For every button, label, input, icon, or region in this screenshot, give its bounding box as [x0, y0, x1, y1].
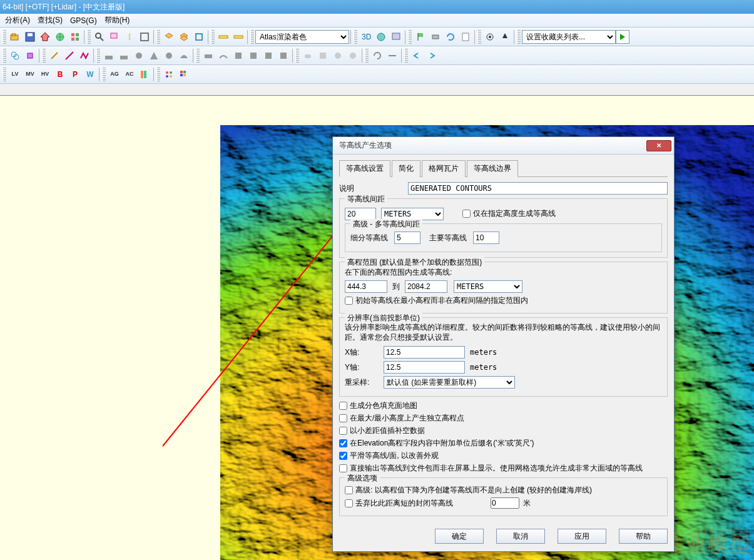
pan-icon[interactable] [122, 29, 137, 44]
geom6-icon[interactable] [276, 48, 291, 63]
toolbar-grip [156, 68, 160, 81]
p-button[interactable]: P [68, 67, 83, 82]
draw5-icon[interactable] [161, 48, 176, 63]
menu-gps[interactable]: GPS(G) [66, 15, 101, 26]
globe-icon[interactable] [53, 29, 68, 44]
elev-from-input[interactable] [345, 280, 387, 293]
discard-value-input[interactable] [491, 497, 519, 509]
transform-icon[interactable] [385, 48, 400, 63]
undo-icon[interactable] [409, 48, 424, 63]
polyline-icon[interactable] [77, 48, 92, 63]
draw2-icon[interactable] [116, 48, 131, 63]
shader-dropdown[interactable]: Atlas渲染着色 [255, 30, 349, 44]
cut-icon[interactable] [315, 48, 330, 63]
cb-export-only[interactable] [339, 464, 347, 472]
draw4-icon[interactable] [146, 48, 161, 63]
3d-icon[interactable]: 3D [359, 29, 374, 44]
geom3-icon[interactable] [231, 48, 246, 63]
layer2-icon[interactable] [176, 29, 191, 44]
only-at-heights-checkbox[interactable] [462, 210, 471, 218]
layer-icon[interactable] [161, 29, 176, 44]
edit-icon[interactable] [23, 48, 38, 63]
tab-grid-tiles[interactable]: 格网瓦片 [422, 160, 466, 177]
colors-icon[interactable] [176, 67, 191, 82]
geom1-icon[interactable] [201, 48, 216, 63]
target-icon[interactable] [482, 29, 497, 44]
start-at-min-checkbox[interactable] [345, 297, 353, 305]
cb-smooth[interactable] [339, 452, 347, 460]
x-input[interactable] [384, 346, 465, 359]
apply-button[interactable]: 应用 [558, 529, 606, 544]
globe3d-icon[interactable] [374, 29, 389, 44]
favorites-dropdown[interactable]: 设置收藏夹列表... [522, 30, 616, 44]
geom5-icon[interactable] [261, 48, 276, 63]
fullextent-icon[interactable] [137, 29, 152, 44]
eraser-icon[interactable] [300, 48, 315, 63]
adv-legend: 高级选项 [345, 473, 380, 484]
ac-button[interactable]: AC [122, 67, 137, 82]
cb-append-units[interactable] [339, 439, 347, 447]
dialog-titlebar[interactable]: 等高线产生选项 [333, 137, 674, 155]
minor-input[interactable] [394, 232, 420, 244]
cb-interpolate[interactable] [339, 427, 347, 435]
draw1-icon[interactable] [101, 48, 116, 63]
interval-input[interactable] [345, 208, 376, 220]
line-icon[interactable] [62, 48, 77, 63]
cb-spot-elev[interactable] [339, 414, 347, 422]
tab-settings[interactable]: 等高线设置 [339, 160, 390, 177]
description-input[interactable] [408, 182, 668, 195]
draw6-icon[interactable] [176, 48, 191, 63]
mv-button[interactable]: MV [23, 67, 38, 82]
select-icon[interactable] [8, 48, 23, 63]
menu-analyze[interactable]: 分析(A) [1, 14, 34, 27]
menu-search[interactable]: 查找(S) [34, 14, 66, 27]
cancel-button[interactable]: 取消 [496, 529, 545, 544]
geom2-icon[interactable] [216, 48, 231, 63]
palette-icon[interactable] [161, 67, 176, 82]
measure2-icon[interactable] [231, 29, 246, 44]
blur-icon[interactable] [330, 48, 345, 63]
geom4-icon[interactable] [246, 48, 261, 63]
measure-icon[interactable] [216, 29, 231, 44]
save-icon[interactable] [23, 29, 38, 44]
config3d-icon[interactable] [389, 29, 404, 44]
legend-icon[interactable] [137, 67, 152, 82]
arrow-up-icon[interactable] [497, 29, 512, 44]
hv-button[interactable]: HV [38, 67, 53, 82]
fill-icon[interactable] [345, 48, 360, 63]
tab-simplify[interactable]: 简化 [392, 160, 420, 177]
rotate-icon[interactable] [370, 48, 385, 63]
elev-to-input[interactable] [405, 280, 447, 293]
close-icon[interactable] [646, 140, 671, 151]
refresh-icon[interactable] [443, 29, 458, 44]
cb-area-fill[interactable] [339, 402, 347, 410]
ag-button[interactable]: AG [107, 67, 122, 82]
resample-select[interactable]: 默认值 (如果需要重新取样) [384, 376, 515, 389]
pencil-icon[interactable] [47, 48, 62, 63]
play-button[interactable] [616, 30, 629, 44]
redo-icon[interactable] [424, 48, 439, 63]
print-icon[interactable] [428, 29, 443, 44]
zoom-icon[interactable] [92, 29, 107, 44]
tab-bounds[interactable]: 等高线边界 [467, 160, 518, 177]
cb-discard[interactable] [345, 499, 353, 507]
cb-descending[interactable] [345, 486, 353, 494]
ok-button[interactable]: 确定 [435, 529, 484, 544]
draw3-icon[interactable] [131, 48, 146, 63]
grid-icon[interactable] [68, 29, 83, 44]
snap-icon[interactable] [191, 29, 206, 44]
elev-unit-select[interactable]: METERS [454, 280, 522, 293]
home-icon[interactable] [38, 29, 53, 44]
lv-button[interactable]: LV [8, 67, 23, 82]
zoom-area-icon[interactable] [107, 29, 122, 44]
catalog-icon[interactable] [458, 29, 473, 44]
menu-help[interactable]: 帮助(H) [101, 14, 134, 27]
interval-unit-select[interactable]: METERS [381, 208, 444, 220]
flag-icon[interactable] [413, 29, 428, 44]
y-input[interactable] [384, 361, 465, 374]
b-button[interactable]: B [53, 67, 68, 82]
major-input[interactable] [473, 232, 499, 244]
w-button[interactable]: W [83, 67, 98, 82]
help-button[interactable]: 帮助 [619, 529, 668, 544]
open-icon[interactable] [8, 29, 23, 44]
